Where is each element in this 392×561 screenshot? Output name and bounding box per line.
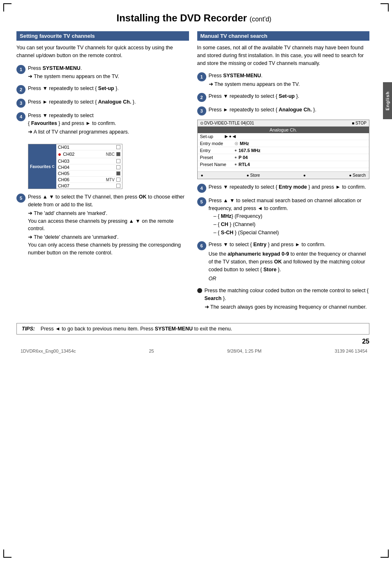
step-content-3: Press ► repeatedly to select { Analogue … [28, 98, 189, 106]
step-content-1: Press SYSTEM-MENU. ➜ The system menu app… [28, 65, 189, 81]
right-section-header: Manual TV channel search [197, 31, 370, 41]
right-step-num-2: 2 [197, 93, 206, 102]
table-row: CH07 [56, 183, 122, 189]
right-step-num-3: 3 [197, 106, 206, 115]
language-label: English [385, 91, 390, 111]
right-step-content-5: Press ▲ ▼ to select manual search based … [209, 197, 370, 237]
right-step-content-2: Press ▼ repeatedly to select { Set-up }. [209, 92, 370, 100]
left-step-1: 1 Press SYSTEM-MENU. ➜ The system menu a… [16, 65, 189, 81]
right-column: Manual TV channel search In some cases, … [197, 31, 370, 315]
step-num-2: 2 [16, 85, 25, 94]
step-num-1: 1 [16, 65, 25, 74]
footer-left: 1DVDR6xx_Eng00_13454c [21, 349, 76, 353]
step-4-sub: ➜ A list of TV channel programmes appear… [28, 128, 189, 136]
right-step-num-4: 4 [197, 184, 206, 193]
dvd-screen: ⊙ DVD-VIDEO-TITLE 04|C01 ■ STOP Analogue… [197, 120, 370, 179]
step-num-5: 5 [16, 194, 25, 203]
corner-br [380, 549, 389, 558]
dvd-search-btn: ● Search [349, 173, 366, 178]
footer-center: 25 [149, 349, 154, 353]
channel-rows: CH01 ● CH02 NBC CH03 [56, 144, 122, 189]
right-step-num-5: 5 [197, 197, 206, 206]
dvd-stop: ■ STOP [352, 121, 367, 125]
left-step-2: 2 Press ▼ repeatedly to select { Set-up … [16, 85, 189, 94]
right-step-5: 5 Press ▲ ▼ to select manual search base… [197, 197, 370, 237]
right-step-1: 1 Press SYSTEM-MENU. ➜ The system menu a… [197, 72, 370, 88]
step-num-3: 3 [16, 99, 25, 108]
favourites-label: Favourites C [28, 144, 56, 189]
dvd-top-bar: ⊙ DVD-VIDEO-TITLE 04|C01 ■ STOP [198, 120, 369, 127]
right-step-4: 4 Press ▼ repeatedly to select { Entry m… [197, 183, 370, 193]
dvd-icon: ⊙ DVD-VIDEO-TITLE 04|C01 [200, 121, 254, 125]
left-intro: You can set your favourite TV channels f… [16, 44, 189, 60]
step-content-5: Press ▲ ▼ to select the TV channel, then… [28, 193, 189, 256]
footer-date: 9/28/04, 1:25 PM [227, 349, 262, 353]
step-1-sub: ➜ The system menu appears on the TV. [28, 73, 189, 81]
main-content: Setting favourite TV channels You can se… [16, 31, 380, 315]
bullet-step-content: Press the matching colour coded button o… [205, 287, 370, 311]
dash-list: – { MHz} (Frequency) – { CH } (Channel) … [214, 212, 370, 237]
corner-tr [380, 3, 389, 12]
right-step-content-3: Press ► repeatedly to select { Analogue … [209, 106, 370, 114]
step-content-4: Press ▼ repeatedly to select { Favourite… [28, 112, 189, 136]
footer-catalog: 3139 246 13454 [334, 349, 367, 353]
table-row: CH06 MTV [56, 177, 122, 183]
dvd-row-preset: Preset ● P 04 [198, 154, 369, 161]
tips-bar: TIPS: Press ◄ to go back to previous men… [16, 323, 369, 335]
table-row: CH03 [56, 158, 122, 164]
right-step-content-1: Press SYSTEM-MENU. ➜ The system menu app… [209, 72, 370, 88]
bullet-circle [197, 288, 202, 293]
table-row: CH04 [56, 164, 122, 171]
left-step-3: 3 Press ► repeatedly to select { Analogu… [16, 98, 189, 108]
language-tab: English [383, 82, 392, 119]
right-step-content-6: Press ▼ to select { Entry } and press ► … [209, 241, 370, 283]
page-wrapper: English Installing the DVD Recorder (con… [0, 0, 392, 561]
channel-list: Favourites C CH01 ● CH02 NBC [28, 144, 122, 189]
dvd-store-btn: ● Store [247, 173, 260, 178]
left-section-header: Setting favourite TV channels [16, 31, 189, 41]
dvd-setup-row: Set-up ▶ ● ◀ [198, 133, 369, 140]
page-number: 25 [16, 338, 380, 345]
table-row: ● CH02 NBC [56, 150, 122, 158]
dvd-dot-left: ● [201, 173, 203, 178]
dvd-row-entry-mode: Entry mode ◎ MHz [198, 140, 369, 147]
corner-bl [3, 549, 12, 558]
dvd-row-entry: Entry ● 167.5 MHz [198, 147, 369, 154]
step-content-2: Press ▼ repeatedly to select { Set-up }. [28, 85, 189, 92]
left-column: Setting favourite TV channels You can se… [16, 31, 189, 315]
right-step-content-4: Press ▼ repeatedly to select { Entry mod… [209, 183, 370, 191]
right-step-6: 6 Press ▼ to select { Entry } and press … [197, 241, 370, 283]
left-step-5: 5 Press ▲ ▼ to select the TV channel, th… [16, 193, 189, 256]
tips-text: Press ◄ to go back to previous menu item… [41, 326, 232, 332]
step-num-4: 4 [16, 112, 25, 121]
footer: 1DVDR6xx_Eng00_13454c 25 9/28/04, 1:25 P… [16, 349, 380, 353]
right-step-2: 2 Press ▼ repeatedly to select { Set-up … [197, 92, 370, 102]
right-intro: In some cases, not all of the available … [197, 44, 370, 67]
right-step-3: 3 Press ► repeatedly to select { Analogu… [197, 106, 370, 115]
dvd-bottom-bar: ● ● Store ● ● Search [198, 171, 369, 179]
left-step-4: 4 Press ▼ repeatedly to select { Favouri… [16, 112, 189, 136]
dvd-title-bar: Analogue Ch. [198, 127, 369, 133]
corner-tl [3, 3, 12, 12]
tips-label: TIPS: [22, 326, 35, 332]
channel-list-body: Favourites C CH01 ● CH02 NBC [28, 144, 122, 189]
table-row: CH05 [56, 171, 122, 177]
bullet-step: Press the matching colour coded button o… [197, 287, 370, 311]
dvd-dot-middle: ● [303, 173, 306, 178]
right-step-num-6: 6 [197, 241, 206, 250]
dvd-row-preset-name: Preset Name ● RTL4 [198, 161, 369, 168]
table-row: CH01 [56, 144, 122, 150]
right-step-num-1: 1 [197, 72, 206, 81]
page-title: Installing the DVD Recorder (cont'd) [16, 12, 380, 24]
